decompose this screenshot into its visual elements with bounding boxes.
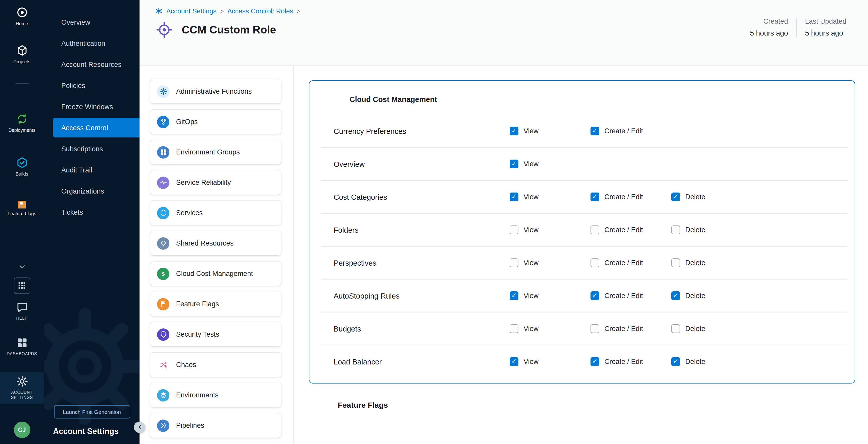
permission-row-currency-preferences: Currency PreferencesViewCreate / Edit (321, 115, 847, 148)
permission-label: View (524, 292, 538, 299)
resource-card-environment-groups[interactable]: Environment Groups (150, 140, 281, 164)
rail-item-deployments[interactable]: Deployments (0, 113, 44, 133)
module-picker-button[interactable] (13, 278, 30, 294)
breadcrumb-link-account-settings[interactable]: Account Settings (166, 7, 216, 15)
permission-cell: Create / Edit (590, 193, 671, 201)
rail-item-feature-flags[interactable]: Feature Flags (0, 201, 44, 217)
checkbox-folders-delete[interactable] (671, 225, 680, 234)
feature-flags-icon (315, 398, 329, 412)
chaos-icon (157, 358, 169, 371)
rail-item-account-settings[interactable]: ACCOUNT SETTINGS (0, 372, 44, 404)
created-value: 5 hours ago (750, 29, 788, 37)
sidebar-item-organizations[interactable]: Organizations (53, 181, 140, 201)
page-title: CCM Custom Role (182, 24, 276, 36)
checkbox-autostopping-rules-view[interactable] (510, 291, 519, 300)
sidebar-item-account-resources[interactable]: Account Resources (53, 55, 140, 74)
sidebar-item-tickets[interactable]: Tickets (53, 202, 140, 222)
permission-cell: Create / Edit (590, 324, 671, 333)
environment-groups-icon (157, 146, 169, 158)
checkbox-folders-create-edit[interactable] (590, 225, 599, 234)
checkbox-budgets-view[interactable] (510, 324, 519, 333)
resource-card-gitops[interactable]: GitOps (150, 109, 281, 134)
checkbox-perspectives-create-edit[interactable] (590, 258, 599, 267)
sidebar-item-freeze-windows[interactable]: Freeze Windows (53, 97, 140, 116)
sidebar-collapse-button[interactable] (134, 421, 145, 433)
feature-flags-section-title: Feature Flags (338, 400, 388, 409)
permission-cell: View (510, 127, 590, 135)
permission-resource-name: Budgets (334, 324, 510, 333)
user-avatar[interactable]: CJ (13, 421, 30, 438)
permission-label: View (524, 127, 538, 135)
permission-row-cost-categories: Cost CategoriesViewCreate / EditDelete (321, 181, 847, 214)
sidebar-item-authentication[interactable]: Authentication (53, 33, 140, 53)
svg-text:$: $ (161, 271, 165, 277)
cloud-cost-management-icon: $ (157, 267, 169, 280)
sidebar-item-overview[interactable]: Overview (53, 12, 140, 32)
rail-item-label: Builds (16, 172, 28, 177)
checkbox-perspectives-delete[interactable] (671, 258, 680, 267)
checkbox-cost-categories-delete[interactable] (671, 193, 680, 201)
checkbox-cost-categories-view[interactable] (510, 193, 519, 201)
checkbox-perspectives-view[interactable] (510, 258, 519, 267)
grid-icon (18, 281, 26, 290)
breadcrumb-link-access-control-roles[interactable]: Access Control: Roles (227, 7, 293, 15)
resource-card-environments[interactable]: Environments (150, 383, 281, 407)
permission-cell: Delete (671, 357, 752, 366)
rail-top-items: HomeProjects (0, 6, 44, 82)
resource-card-chaos[interactable]: Chaos (150, 353, 281, 377)
permission-cell: View (510, 357, 590, 366)
permission-resource-name: Currency Preferences (334, 127, 510, 135)
permission-resource-name: AutoStopping Rules (334, 292, 510, 300)
environments-icon (157, 389, 169, 401)
checkbox-overview-view[interactable] (510, 160, 519, 168)
rail-item-home[interactable]: Home (0, 6, 44, 27)
resource-card-feature-flags[interactable]: Feature Flags (150, 292, 281, 316)
resource-card-security-tests[interactable]: Security Tests (150, 322, 281, 346)
checkbox-autostopping-rules-create-edit[interactable] (590, 291, 599, 300)
rail-item-help[interactable]: HELP (0, 301, 44, 321)
checkbox-load-balancer-view[interactable] (510, 357, 519, 366)
rail-item-builds[interactable]: Builds (0, 157, 44, 177)
chevron-down-icon[interactable] (17, 262, 27, 271)
rail-item-dashboards[interactable]: DASHBOARDS (0, 337, 44, 356)
checkbox-budgets-delete[interactable] (671, 324, 680, 333)
permission-label: Create / Edit (604, 226, 643, 234)
last-updated-label: Last Updated (805, 18, 846, 25)
resource-card-cloud-cost-management[interactable]: $Cloud Cost Management (150, 261, 281, 286)
launch-first-generation-button[interactable]: Launch First Generation (54, 405, 130, 418)
rail-item-label: ACCOUNT SETTINGS (3, 390, 41, 400)
feature-flags-section-header: Feature Flags (309, 398, 855, 412)
role-target-icon (156, 22, 173, 38)
permission-cell: Delete (671, 193, 752, 201)
permission-label: Create / Edit (604, 358, 643, 366)
resource-card-services[interactable]: Services (150, 201, 281, 225)
rail-item-label: DASHBOARDS (7, 351, 37, 356)
sidebar-item-access-control[interactable]: Access Control (53, 118, 140, 137)
checkbox-currency-preferences-create-edit[interactable] (590, 127, 599, 135)
checkbox-folders-view[interactable] (510, 225, 519, 234)
checkbox-currency-preferences-view[interactable] (510, 127, 519, 135)
checkbox-budgets-create-edit[interactable] (590, 324, 599, 333)
sidebar-item-subscriptions[interactable]: Subscriptions (53, 139, 140, 159)
resource-card-pipelines[interactable]: Pipelines (150, 413, 281, 438)
resource-card-shared-resources[interactable]: Shared Resources (150, 231, 281, 255)
permission-cell: Create / Edit (590, 357, 671, 366)
sidebar-item-audit-trail[interactable]: Audit Trail (53, 160, 140, 180)
resource-card-service-reliability[interactable]: Service Reliability (150, 170, 281, 195)
checkbox-load-balancer-delete[interactable] (671, 357, 680, 366)
dashboards-icon (16, 337, 28, 349)
services-icon (157, 207, 169, 219)
checkbox-cost-categories-create-edit[interactable] (590, 193, 599, 201)
sidebar-item-policies[interactable]: Policies (53, 76, 140, 95)
resource-card-administrative-functions[interactable]: Administrative Functions (150, 79, 281, 103)
permission-label: View (524, 259, 538, 267)
permissions-panel-title: Cloud Cost Management (349, 95, 437, 103)
permission-row-autostopping-rules: AutoStopping RulesViewCreate / EditDelet… (321, 280, 847, 313)
rail-item-projects[interactable]: Projects (0, 44, 44, 65)
settings-sidebar: OverviewAuthenticationAccount ResourcesP… (44, 0, 140, 444)
gitops-icon (157, 116, 169, 128)
last-updated-meta: Last Updated 5 hours ago (796, 18, 855, 37)
permission-cell: Delete (671, 258, 752, 267)
checkbox-load-balancer-create-edit[interactable] (590, 357, 599, 366)
checkbox-autostopping-rules-delete[interactable] (671, 291, 680, 300)
